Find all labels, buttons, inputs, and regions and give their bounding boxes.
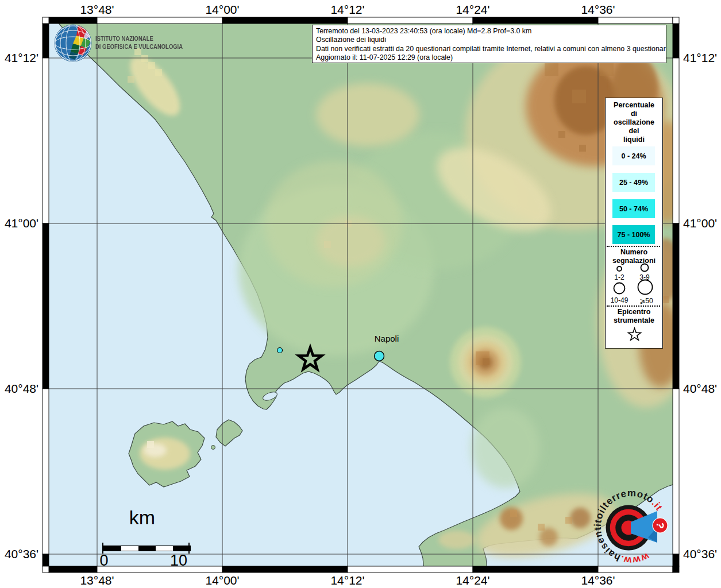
signal-circle-50plus: [638, 280, 653, 295]
legend-signal-sizes: 1-2 3-9 10-49 ⩾50: [606, 262, 662, 305]
lat-label-right-3: 40°48': [683, 382, 717, 396]
legend-divider: [607, 246, 660, 247]
swatch-label: 25 - 49%: [612, 173, 655, 192]
lat-label-left-2: 41°00': [0, 216, 38, 230]
signal-label-10-49: 10-49: [611, 296, 629, 304]
scale-unit: km: [118, 506, 167, 529]
signal-circle-10-49: [614, 283, 625, 294]
swatch-label: 0 - 24%: [612, 146, 655, 165]
event-title: Terremoto del 13-03-2023 23:40:53 (ora l…: [316, 27, 662, 36]
lat-label-right-2: 41°00': [683, 216, 717, 230]
ingv-institute-name: ISTITUTO NAZIONALE DI GEOFISICA E VULCAN…: [95, 35, 183, 51]
event-updated-at: Aggiornato il: 11-07-2025 12:29 (ora loc…: [316, 53, 662, 62]
ingv-name-line1: ISTITUTO NAZIONALE: [95, 35, 183, 43]
lon-label-top-3: 14°12': [322, 3, 373, 17]
legend-divider: [607, 305, 660, 307]
signal-circle-3-9: [641, 264, 649, 272]
lat-label-left-3: 40°48': [0, 382, 38, 396]
terrain-layer: ? www.haisentitoilterremoto.it: [49, 22, 695, 570]
legend-title-line: di: [606, 110, 662, 118]
event-data-note: Dati non verificati estratti da 20 quest…: [316, 45, 662, 53]
report-dot-small: [277, 348, 283, 353]
lon-label-bottom-5: 14°36': [572, 574, 624, 587]
legend-panel: Percentuale di oscillazione dei liquidi …: [605, 98, 663, 349]
lon-label-top-5: 14°36': [572, 3, 624, 17]
lon-label-bottom-3: 14°12': [322, 574, 373, 587]
signal-label-50plus: ⩾50: [639, 297, 653, 305]
lon-label-bottom-2: 14°00': [196, 574, 248, 587]
legend-epicenter-line: strumentale: [606, 316, 662, 325]
legend-epicenter-symbol: [606, 326, 662, 345]
legend-class-0-24: 0 - 24%: [612, 146, 655, 165]
ingv-name-line2: DI GEOFISICA E VULCANOLOGIA: [95, 43, 183, 51]
legend-percent-title: Percentuale di oscillazione dei liquidi: [606, 101, 662, 144]
swatch-label: 50 - 74%: [612, 199, 655, 218]
lat-label-right-4: 40°36': [683, 547, 717, 561]
legend-class-75-100: 75 - 100%: [612, 225, 655, 244]
legend-class-50-74: 50 - 74%: [612, 199, 655, 218]
lat-label-left-4: 40°36': [0, 547, 38, 561]
signal-circle-1-2: [617, 266, 622, 271]
scale-end-label: 10: [168, 552, 189, 570]
event-info-box: Terremoto del 13-03-2023 23:40:53 (ora l…: [312, 25, 666, 63]
lon-label-bottom-1: 13°48': [71, 574, 123, 587]
event-effect-type: Oscillazione dei liquidi: [316, 36, 662, 44]
signal-label-1-2: 1-2: [614, 273, 624, 281]
lat-label-right-1: 41°12': [683, 51, 717, 65]
lon-label-top-2: 14°00': [196, 3, 248, 17]
legend-title-line: dei: [606, 127, 662, 136]
legend-title-line: oscillazione: [606, 118, 662, 127]
scale-bar: [103, 546, 191, 551]
vivara-islet: [211, 446, 215, 450]
swatch-label: 75 - 100%: [612, 225, 655, 244]
macroseismic-map-page: ? www.haisentitoilterremoto.it: [0, 0, 721, 588]
scale-start-label: 0: [97, 552, 111, 570]
legend-signals-line: Numero: [606, 248, 662, 257]
lon-label-top-4: 14°24': [447, 3, 499, 17]
legend-epicenter-title: Epicentro strumentale: [606, 308, 662, 325]
legend-epicenter-line: Epicentro: [606, 308, 662, 316]
legend-star-icon: [629, 328, 641, 341]
city-label-napoli: Napoli: [369, 334, 404, 343]
legend-title-line: liquidi: [606, 136, 662, 144]
lon-label-bottom-4: 14°24': [447, 574, 499, 587]
legend-class-25-49: 25 - 49%: [612, 173, 655, 192]
lon-label-top-1: 13°48': [71, 3, 123, 17]
legend-title-line: Percentuale: [606, 101, 662, 110]
lat-label-left-1: 41°12': [0, 51, 38, 65]
report-dot-napoli: [375, 351, 384, 361]
